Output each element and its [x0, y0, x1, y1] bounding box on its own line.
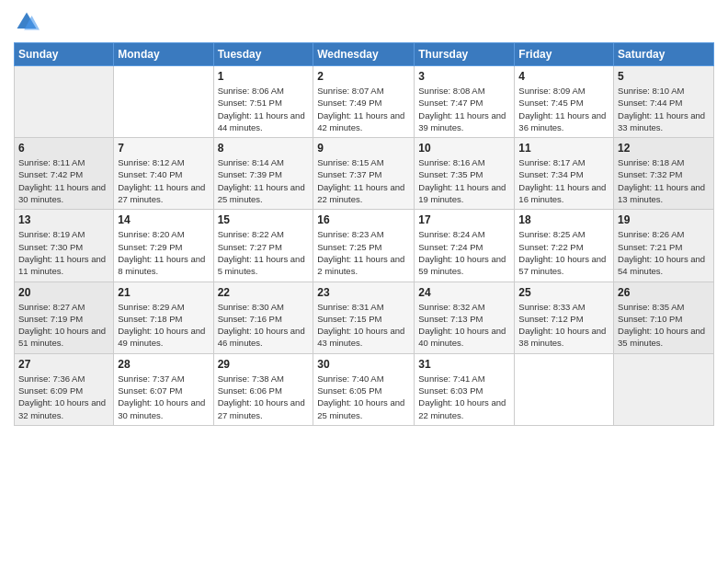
- calendar-cell: 26Sunrise: 8:35 AM Sunset: 7:10 PM Dayli…: [614, 282, 714, 353]
- day-number: 16: [317, 213, 410, 226]
- calendar-cell: 22Sunrise: 8:30 AM Sunset: 7:16 PM Dayli…: [213, 282, 313, 353]
- day-info: Sunrise: 7:38 AM Sunset: 6:06 PM Dayligh…: [218, 373, 310, 421]
- calendar-cell: 29Sunrise: 7:38 AM Sunset: 6:06 PM Dayli…: [213, 353, 313, 425]
- calendar-cell: 2Sunrise: 8:07 AM Sunset: 7:49 PM Daylig…: [313, 66, 415, 138]
- day-number: 7: [118, 142, 209, 155]
- day-number: 26: [618, 286, 710, 299]
- day-info: Sunrise: 8:29 AM Sunset: 7:18 PM Dayligh…: [118, 301, 209, 350]
- calendar-cell: 17Sunrise: 8:24 AM Sunset: 7:24 PM Dayli…: [415, 210, 515, 282]
- day-number: 6: [18, 142, 109, 155]
- day-info: Sunrise: 8:25 AM Sunset: 7:22 PM Dayligh…: [518, 228, 609, 277]
- day-info: Sunrise: 7:37 AM Sunset: 6:07 PM Dayligh…: [118, 373, 209, 421]
- calendar-cell: 3Sunrise: 8:08 AM Sunset: 7:47 PM Daylig…: [415, 66, 515, 138]
- calendar-cell: 7Sunrise: 8:12 AM Sunset: 7:40 PM Daylig…: [114, 138, 213, 210]
- generalblue-logo-icon: [14, 9, 40, 35]
- day-info: Sunrise: 8:14 AM Sunset: 7:39 PM Dayligh…: [218, 156, 310, 205]
- day-info: Sunrise: 8:08 AM Sunset: 7:47 PM Dayligh…: [418, 85, 510, 133]
- day-info: Sunrise: 8:11 AM Sunset: 7:42 PM Dayligh…: [18, 156, 109, 205]
- calendar-cell: 16Sunrise: 8:23 AM Sunset: 7:25 PM Dayli…: [313, 210, 415, 282]
- day-number: 18: [518, 213, 609, 226]
- weekday-header-friday: Friday: [515, 43, 614, 66]
- day-number: 24: [418, 286, 510, 299]
- day-number: 29: [218, 358, 310, 371]
- day-number: 13: [18, 213, 109, 226]
- day-info: Sunrise: 8:33 AM Sunset: 7:12 PM Dayligh…: [518, 301, 609, 350]
- calendar-cell: 15Sunrise: 8:22 AM Sunset: 7:27 PM Dayli…: [213, 210, 313, 282]
- day-info: Sunrise: 8:32 AM Sunset: 7:13 PM Dayligh…: [418, 301, 510, 350]
- day-number: 31: [418, 358, 510, 371]
- calendar-cell: 23Sunrise: 8:31 AM Sunset: 7:15 PM Dayli…: [313, 282, 415, 353]
- calendar-cell: 1Sunrise: 8:06 AM Sunset: 7:51 PM Daylig…: [213, 66, 313, 138]
- logo: [14, 9, 41, 35]
- day-number: 9: [317, 142, 410, 155]
- day-info: Sunrise: 8:35 AM Sunset: 7:10 PM Dayligh…: [618, 301, 710, 350]
- calendar-cell: 27Sunrise: 7:36 AM Sunset: 6:09 PM Dayli…: [15, 353, 114, 425]
- week-row-1: 1Sunrise: 8:06 AM Sunset: 7:51 PM Daylig…: [15, 66, 714, 138]
- day-number: 19: [618, 213, 710, 226]
- day-number: 10: [418, 142, 510, 155]
- week-row-2: 6Sunrise: 8:11 AM Sunset: 7:42 PM Daylig…: [15, 138, 714, 210]
- weekday-header-saturday: Saturday: [614, 43, 714, 66]
- day-info: Sunrise: 8:30 AM Sunset: 7:16 PM Dayligh…: [218, 301, 310, 350]
- day-number: 3: [418, 70, 510, 83]
- day-number: 30: [317, 358, 410, 371]
- calendar-cell: 10Sunrise: 8:16 AM Sunset: 7:35 PM Dayli…: [415, 138, 515, 210]
- day-number: 23: [317, 286, 410, 299]
- day-info: Sunrise: 7:40 AM Sunset: 6:05 PM Dayligh…: [317, 373, 410, 421]
- calendar-cell: 31Sunrise: 7:41 AM Sunset: 6:03 PM Dayli…: [415, 353, 515, 425]
- day-number: 21: [118, 286, 209, 299]
- day-info: Sunrise: 7:36 AM Sunset: 6:09 PM Dayligh…: [18, 373, 109, 421]
- calendar-cell: 28Sunrise: 7:37 AM Sunset: 6:07 PM Dayli…: [114, 353, 213, 425]
- day-number: 28: [118, 358, 209, 371]
- day-number: 25: [518, 286, 609, 299]
- weekday-header-monday: Monday: [114, 43, 213, 66]
- weekday-header-wednesday: Wednesday: [313, 43, 415, 66]
- weekday-header-row: SundayMondayTuesdayWednesdayThursdayFrid…: [15, 43, 714, 66]
- day-info: Sunrise: 7:41 AM Sunset: 6:03 PM Dayligh…: [418, 373, 510, 421]
- header: [14, 9, 714, 35]
- day-number: 17: [418, 213, 510, 226]
- calendar-cell: 19Sunrise: 8:26 AM Sunset: 7:21 PM Dayli…: [614, 210, 714, 282]
- calendar-cell: 24Sunrise: 8:32 AM Sunset: 7:13 PM Dayli…: [415, 282, 515, 353]
- calendar-cell: 8Sunrise: 8:14 AM Sunset: 7:39 PM Daylig…: [213, 138, 313, 210]
- calendar-cell: 20Sunrise: 8:27 AM Sunset: 7:19 PM Dayli…: [15, 282, 114, 353]
- calendar-cell: 6Sunrise: 8:11 AM Sunset: 7:42 PM Daylig…: [15, 138, 114, 210]
- day-number: 22: [218, 286, 310, 299]
- day-info: Sunrise: 8:22 AM Sunset: 7:27 PM Dayligh…: [218, 228, 310, 277]
- calendar-cell: 12Sunrise: 8:18 AM Sunset: 7:32 PM Dayli…: [614, 138, 714, 210]
- day-number: 8: [218, 142, 310, 155]
- day-info: Sunrise: 8:07 AM Sunset: 7:49 PM Dayligh…: [317, 85, 410, 133]
- week-row-3: 13Sunrise: 8:19 AM Sunset: 7:30 PM Dayli…: [15, 210, 714, 282]
- week-row-4: 20Sunrise: 8:27 AM Sunset: 7:19 PM Dayli…: [15, 282, 714, 353]
- calendar-cell: 14Sunrise: 8:20 AM Sunset: 7:29 PM Dayli…: [114, 210, 213, 282]
- day-number: 1: [218, 70, 310, 83]
- day-number: 2: [317, 70, 410, 83]
- calendar-cell: 11Sunrise: 8:17 AM Sunset: 7:34 PM Dayli…: [515, 138, 614, 210]
- day-info: Sunrise: 8:15 AM Sunset: 7:37 PM Dayligh…: [317, 156, 410, 205]
- weekday-header-sunday: Sunday: [15, 43, 114, 66]
- day-info: Sunrise: 8:20 AM Sunset: 7:29 PM Dayligh…: [118, 228, 209, 277]
- calendar-cell: [15, 66, 114, 138]
- day-number: 4: [518, 70, 609, 83]
- week-row-5: 27Sunrise: 7:36 AM Sunset: 6:09 PM Dayli…: [15, 353, 714, 425]
- day-number: 20: [18, 286, 109, 299]
- day-info: Sunrise: 8:09 AM Sunset: 7:45 PM Dayligh…: [518, 85, 609, 133]
- day-info: Sunrise: 8:10 AM Sunset: 7:44 PM Dayligh…: [618, 85, 710, 133]
- calendar-cell: 30Sunrise: 7:40 AM Sunset: 6:05 PM Dayli…: [313, 353, 415, 425]
- calendar-cell: [614, 353, 714, 425]
- day-info: Sunrise: 8:31 AM Sunset: 7:15 PM Dayligh…: [317, 301, 410, 350]
- calendar-cell: 9Sunrise: 8:15 AM Sunset: 7:37 PM Daylig…: [313, 138, 415, 210]
- calendar-table: SundayMondayTuesdayWednesdayThursdayFrid…: [14, 42, 714, 426]
- day-info: Sunrise: 8:19 AM Sunset: 7:30 PM Dayligh…: [18, 228, 109, 277]
- calendar-cell: [515, 353, 614, 425]
- day-number: 5: [618, 70, 710, 83]
- day-number: 15: [218, 213, 310, 226]
- day-info: Sunrise: 8:23 AM Sunset: 7:25 PM Dayligh…: [317, 228, 410, 277]
- day-info: Sunrise: 8:06 AM Sunset: 7:51 PM Dayligh…: [218, 85, 310, 133]
- page: SundayMondayTuesdayWednesdayThursdayFrid…: [0, 0, 728, 563]
- calendar-cell: 5Sunrise: 8:10 AM Sunset: 7:44 PM Daylig…: [614, 66, 714, 138]
- day-info: Sunrise: 8:12 AM Sunset: 7:40 PM Dayligh…: [118, 156, 209, 205]
- day-info: Sunrise: 8:27 AM Sunset: 7:19 PM Dayligh…: [18, 301, 109, 350]
- calendar-cell: [114, 66, 213, 138]
- day-info: Sunrise: 8:18 AM Sunset: 7:32 PM Dayligh…: [618, 156, 710, 205]
